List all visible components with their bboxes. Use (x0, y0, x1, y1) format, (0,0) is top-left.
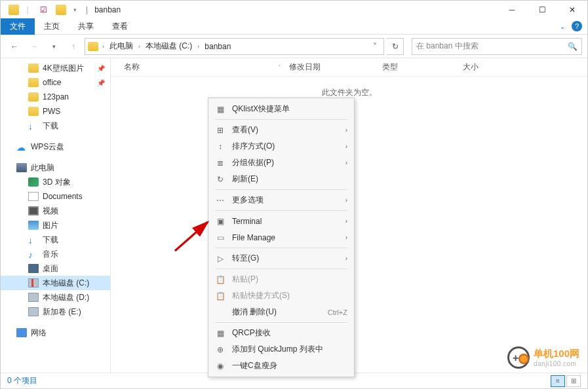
address-bar[interactable]: › 此电脑 › 本地磁盘 (C:) › banban ˅ (85, 38, 384, 55)
sidebar-network[interactable]: 网络 (1, 325, 110, 340)
menu-item[interactable]: ⊞查看(V)› (208, 122, 354, 138)
quick-dropdown-icon[interactable]: ▾ (68, 3, 82, 17)
col-name[interactable]: 名称 (111, 62, 278, 73)
ribbon-expand-icon[interactable]: ⌄ (560, 23, 565, 30)
address-dropdown-icon[interactable]: ˅ (369, 42, 381, 51)
col-size[interactable]: 大小 (455, 62, 507, 73)
quick-check-icon[interactable]: ☑ (36, 3, 50, 17)
chevron-right-icon[interactable]: › (137, 43, 142, 50)
history-dropdown[interactable]: ▾ (45, 38, 62, 55)
folder-icon (28, 92, 39, 102)
menu-item-icon: 📋 (215, 291, 225, 301)
icons-view-button[interactable]: ⊞ (566, 375, 581, 387)
refresh-button[interactable]: ↻ (387, 38, 404, 55)
breadcrumb-folder[interactable]: banban (203, 42, 232, 51)
col-type[interactable]: 类型 (374, 62, 455, 73)
menu-item[interactable]: ▷转至(G)› (208, 250, 354, 267)
submenu-arrow-icon: › (345, 255, 347, 262)
chevron-right-icon[interactable]: › (101, 43, 106, 50)
quick-folder-icon[interactable] (5, 3, 19, 17)
file-tab[interactable]: 文件 (1, 18, 35, 35)
breadcrumb-thispc[interactable]: 此电脑 (108, 41, 134, 52)
menu-item[interactable]: ▭File Manage› (208, 229, 354, 246)
back-button[interactable]: ← (6, 38, 23, 55)
submenu-arrow-icon: › (345, 196, 347, 204)
forward-button[interactable]: → (26, 38, 43, 55)
menu-separator (215, 119, 347, 120)
sidebar-pc-item[interactable]: 3D 对象 (1, 175, 110, 189)
menu-item[interactable]: ↻刷新(E) (208, 171, 354, 187)
sidebar-pc-item[interactable]: 桌面 (1, 261, 110, 276)
disk-icon (28, 293, 39, 302)
tab-view[interactable]: 查看 (103, 18, 137, 35)
sidebar-pc-item[interactable]: Documents (1, 189, 110, 204)
breadcrumb-drive[interactable]: 本地磁盘 (C:) (144, 41, 193, 52)
disk-icon (28, 307, 39, 316)
menu-item-icon: ⊞ (215, 126, 225, 135)
search-icon[interactable]: 🔍 (568, 42, 578, 51)
sidebar-pc-item[interactable]: 新加卷 (E:) (1, 305, 110, 319)
col-date[interactable]: 修改日期 (281, 62, 374, 73)
sidebar-pc-item[interactable]: 图片 (1, 218, 110, 232)
music-icon: ♪ (28, 250, 39, 259)
tab-home[interactable]: 主页 (35, 18, 69, 35)
navigation-pane[interactable]: 4K壁纸图片📌office📌123panPWS↓下载 ☁WPS云盘 此电脑 3D… (1, 58, 111, 373)
menu-item[interactable]: 撤消 删除(U)Ctrl+Z (208, 304, 354, 320)
chevron-right-icon[interactable]: › (196, 43, 201, 50)
watermark: + 单机100网 danji100.com (507, 346, 579, 369)
menu-item-icon: ↻ (215, 175, 225, 184)
sidebar-thispc[interactable]: 此电脑 (1, 160, 110, 175)
submenu-arrow-icon: › (345, 217, 347, 225)
details-view-button[interactable]: ≡ (551, 375, 565, 387)
up-button[interactable]: ↑ (65, 38, 82, 55)
sidebar-quick-item[interactable]: ↓下载 (1, 119, 110, 133)
sidebar-pc-item[interactable]: 本地磁盘 (D:) (1, 290, 110, 305)
folder-icon (28, 64, 39, 73)
submenu-arrow-icon: › (345, 234, 347, 241)
menu-item[interactable]: ▣Terminal› (208, 213, 354, 229)
sidebar-pc-item[interactable]: 视频 (1, 204, 110, 218)
menu-item[interactable]: ⋯更多选项› (208, 192, 354, 208)
help-icon[interactable]: ? (572, 21, 582, 31)
network-icon (16, 328, 27, 337)
menu-separator (215, 189, 347, 190)
pictures-icon (28, 221, 39, 230)
address-folder-icon (88, 42, 98, 51)
sidebar-quick-item[interactable]: PWS (1, 104, 110, 119)
sidebar-pc-item[interactable]: ↓下载 (1, 232, 110, 247)
menu-item[interactable]: ▦QKlistX快捷菜单 (208, 101, 354, 117)
menu-item[interactable]: ◉一键C盘瘦身 (208, 358, 354, 374)
search-input[interactable]: 在 banban 中搜索 🔍 (412, 38, 582, 55)
menu-item[interactable]: ▦QRCP接收 (208, 325, 354, 341)
menu-item[interactable]: ⊕添加到 QuickJump 列表中 (208, 341, 354, 358)
minimize-button[interactable]: ─ (497, 1, 527, 18)
sidebar-quick-item[interactable]: 123pan (1, 90, 110, 104)
desktop-icon (28, 264, 39, 273)
menu-item-icon: ▦ (215, 105, 225, 114)
watermark-logo-icon: + (507, 346, 530, 369)
sidebar-pc-item[interactable]: ♪音乐 (1, 247, 110, 261)
quick-folder2-icon[interactable] (52, 3, 66, 17)
column-headers: 名称 ˄ 修改日期 类型 大小 (111, 58, 587, 77)
documents-icon (28, 192, 39, 201)
maximize-button[interactable]: ☐ (527, 1, 557, 18)
menu-item-icon: ▣ (215, 217, 225, 226)
sidebar-wps[interactable]: ☁WPS云盘 (1, 139, 110, 154)
menu-item-icon: ▭ (215, 233, 225, 242)
sidebar-quick-item[interactable]: office📌 (1, 75, 110, 90)
sidebar-quick-item[interactable]: 4K壁纸图片📌 (1, 61, 110, 75)
menu-item-icon: ↕ (215, 142, 225, 151)
ribbon-tabs: 文件 主页 共享 查看 ⌄ ? (1, 18, 587, 35)
tab-share[interactable]: 共享 (69, 18, 103, 35)
menu-item-icon: ≣ (215, 158, 225, 168)
title-bar: | ☑ ▾ | banban ─ ☐ ✕ (1, 1, 587, 18)
pin-icon: 📌 (97, 65, 105, 72)
menu-separator (215, 210, 347, 211)
menu-item-icon: ⋯ (215, 196, 225, 205)
window-title: banban (92, 5, 121, 14)
menu-item[interactable]: ≣分组依据(P)› (208, 155, 354, 171)
menu-item-icon: ⊕ (215, 345, 225, 354)
close-button[interactable]: ✕ (557, 1, 587, 18)
sidebar-pc-item[interactable]: 本地磁盘 (C:) (1, 276, 110, 290)
menu-item[interactable]: ↕排序方式(O)› (208, 138, 354, 155)
